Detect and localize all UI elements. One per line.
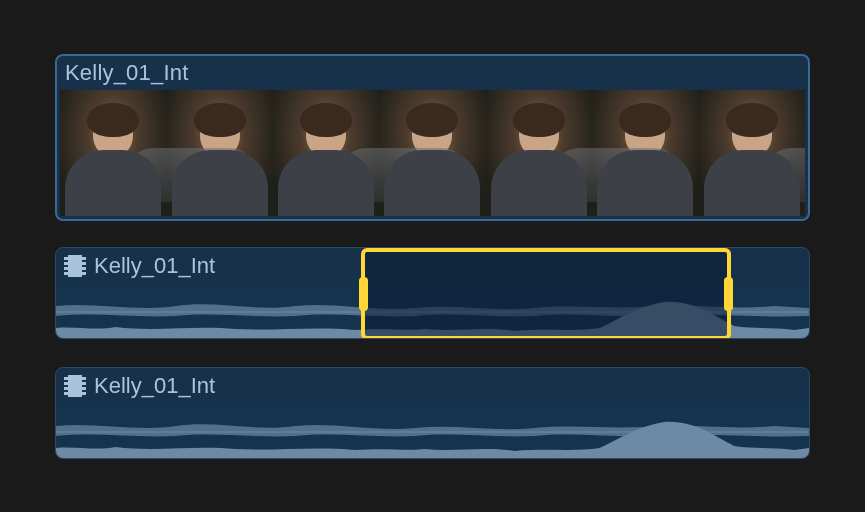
thumbnail[interactable]: [379, 90, 485, 216]
waveform-svg: [56, 402, 809, 459]
audio-clip[interactable]: Kelly_01_Int: [55, 247, 810, 339]
thumbnail[interactable]: [486, 90, 592, 216]
filmstrip: [57, 90, 808, 218]
audio-clip[interactable]: Kelly_01_Int: [55, 367, 810, 459]
clip-title: Kelly_01_Int: [94, 253, 215, 279]
clip-header: Kelly_01_Int: [56, 248, 809, 282]
waveform[interactable]: [56, 402, 809, 459]
waveform[interactable]: [56, 282, 809, 339]
filmstrip-icon: [64, 375, 86, 397]
thumbnail[interactable]: [699, 90, 805, 216]
thumbnail[interactable]: [592, 90, 698, 216]
thumbnail[interactable]: [166, 90, 272, 216]
clip-header: Kelly_01_Int: [56, 368, 809, 402]
clip-title: Kelly_01_Int: [94, 373, 215, 399]
thumbnail[interactable]: [273, 90, 379, 216]
thumbnail[interactable]: [60, 90, 166, 216]
clip-title: Kelly_01_Int: [57, 56, 808, 90]
filmstrip-icon: [64, 255, 86, 277]
waveform-svg: [56, 282, 809, 339]
video-clip[interactable]: Kelly_01_Int: [55, 54, 810, 221]
media-browser-panel: Kelly_01_Int Kelly_01_Int: [0, 0, 865, 512]
